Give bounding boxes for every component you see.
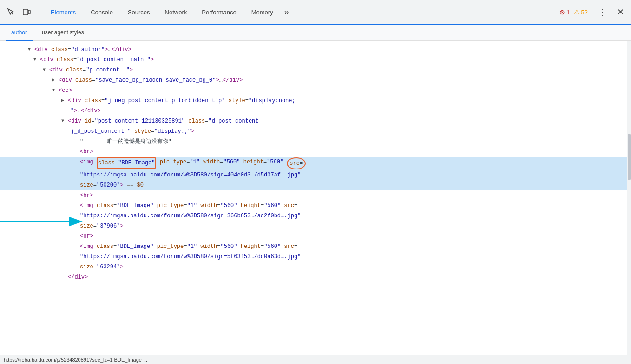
selected-img-line-size[interactable]: size="50200" > == $0	[0, 180, 631, 190]
dom-line[interactable]: ▼ <div class="d_author" >…</div>	[0, 45, 631, 55]
dom-line[interactable]: <br>	[0, 147, 631, 157]
selected-img-line[interactable]: ... <img class="BDE_Image" pic_type="1" …	[0, 157, 631, 170]
dom-line[interactable]: ▼ <div id="post_content_121130325891" cl…	[0, 116, 631, 126]
dom-line[interactable]: "https://imgsa.baidu.com/forum/w%3D580/s…	[0, 252, 631, 262]
cursor-tool-button[interactable]	[4, 5, 18, 19]
dom-line[interactable]: ▶ <div class="j_ueg_post_content p_forbi…	[0, 96, 631, 106]
dom-line[interactable]: <img class="BDE_Image" pic_type="1" widt…	[0, 241, 631, 252]
devtools-toolbar: Elements Console Sources Network Perform…	[0, 0, 631, 25]
bottom-bar: https://tieba.baidu.com/p/5234820891?see…	[0, 355, 631, 364]
warning-count[interactable]: ⚠ 52	[574, 8, 588, 16]
more-tabs-button[interactable]: »	[281, 0, 293, 25]
tab-elements[interactable]: Elements	[43, 0, 83, 25]
selected-img-line-src[interactable]: "https://imgsa.baidu.com/forum/w%3D580/s…	[0, 170, 631, 180]
svg-rect-0	[23, 9, 28, 15]
close-button[interactable]: ✕	[613, 5, 627, 19]
tab-performance[interactable]: Performance	[194, 0, 243, 25]
sub-tab-user-agent[interactable]: user agent styles	[36, 25, 90, 41]
dom-line[interactable]: j_d_post_content " style="display:;" >	[0, 126, 631, 136]
dom-line[interactable]: ▶ <div class="save_face_bg_hidden save_f…	[0, 75, 631, 85]
dom-line[interactable]: size="37906" >	[0, 221, 631, 231]
dom-line[interactable]: ▼ <div class="p_content " >	[0, 65, 631, 75]
error-icon: ⊗	[559, 8, 565, 16]
tab-network[interactable]: Network	[158, 0, 195, 25]
sub-tab-author[interactable]: author	[6, 25, 33, 41]
scrollbar-thumb[interactable]	[628, 134, 631, 180]
warning-icon: ⚠	[574, 8, 580, 16]
dom-line[interactable]: <br>	[0, 190, 631, 201]
breadcrumb-text: https://tieba.baidu.com/p/5234820891?see…	[4, 357, 147, 363]
dom-line[interactable]: ▼ <cc>	[0, 85, 631, 96]
dom-line[interactable]: " 唯一的遗憾是身边没有你"	[0, 136, 631, 147]
dom-line[interactable]: "https://imgsa.baidu.com/forum/w%3D580/s…	[0, 211, 631, 221]
dom-line[interactable]: ▼ <div class="d_post_content_main " >	[0, 55, 631, 65]
elements-subtoolbar: author user agent styles	[0, 25, 631, 41]
error-count[interactable]: ⊗ 1	[559, 8, 570, 16]
dom-line[interactable]: ▼ </div>	[0, 272, 631, 282]
svg-rect-1	[28, 10, 30, 14]
device-toggle-button[interactable]	[20, 5, 33, 19]
more-menu-button[interactable]: ⋮	[596, 5, 610, 19]
dom-line[interactable]: size="63294" >	[0, 262, 631, 272]
tab-sources[interactable]: Sources	[120, 0, 158, 25]
dom-tree: ▼ <div class="d_author" >…</div> ▼ <div …	[0, 41, 631, 355]
dom-line[interactable]: <br>	[0, 231, 631, 241]
dom-line[interactable]: ">…</div>	[0, 106, 631, 116]
tab-console[interactable]: Console	[83, 0, 120, 25]
devtools-window: Elements Console Sources Network Perform…	[0, 0, 631, 364]
dom-line[interactable]: <img class="BDE_Image" pic_type="1" widt…	[0, 201, 631, 211]
tab-memory[interactable]: Memory	[244, 0, 281, 25]
ellipsis-dots: ...	[0, 157, 11, 167]
scrollbar[interactable]	[627, 41, 631, 355]
